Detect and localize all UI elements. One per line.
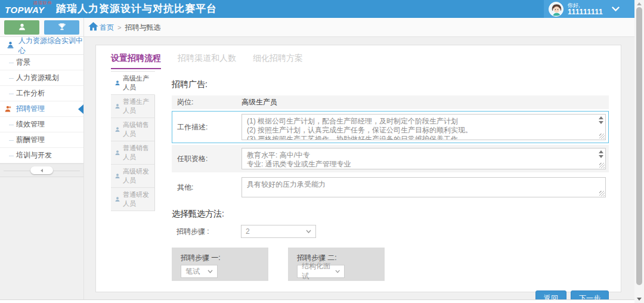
- main-panel: 设置招聘流程 招聘渠道和人数 细化招聘方案 高级生产人员 普通生产人员 高级销售…: [95, 45, 621, 292]
- person-podium-icon: [7, 41, 14, 51]
- scrollbar-up-icon[interactable]: [637, 2, 642, 5]
- position-tab-senior-sales[interactable]: 高级销售人员: [111, 118, 155, 141]
- chevron-down-icon[interactable]: [612, 7, 620, 11]
- app-window: 踏瑞软件 TOPWAY 踏瑞人力资源设计与对抗比赛平台 你好, 11111111…: [0, 0, 644, 303]
- competition-mode-button[interactable]: [44, 20, 79, 35]
- chevron-down-icon: [306, 230, 311, 233]
- scrollbar-down-icon[interactable]: [637, 298, 642, 301]
- tree-tick: [9, 125, 14, 125]
- textarea-scroll-arrows[interactable]: [599, 150, 603, 158]
- step-one-select[interactable]: 笔试: [181, 265, 218, 278]
- recruit-steps-select[interactable]: 2: [241, 225, 316, 238]
- form-content: 招聘广告: 岗位: 高级生产员 工作描述: (1) 根据公司生产计划，配合生产部…: [155, 71, 621, 303]
- practice-mode-button[interactable]: [4, 20, 39, 35]
- chevron-down-icon: [335, 270, 340, 273]
- person-icon: [114, 80, 120, 86]
- position-tab-junior-production[interactable]: 普通生产人员: [111, 95, 155, 118]
- job-desc-label: 工作描述:: [172, 122, 242, 132]
- step-one-box: 招聘步骤 一: 笔试: [172, 248, 268, 281]
- breadcrumb: 首页 > 招聘与甄选: [88, 18, 160, 37]
- other-row: 其他: 具有较好的压力承受能力: [172, 174, 609, 200]
- slider-handle[interactable]: [30, 166, 53, 174]
- person-icon: [114, 173, 120, 179]
- step-two-select[interactable]: 结构化面试: [297, 265, 345, 278]
- sidebar-item-training[interactable]: 培训与开发: [0, 148, 83, 163]
- tree-tick: [9, 63, 14, 63]
- breadcrumb-home[interactable]: 首页: [88, 22, 114, 33]
- toolbar: 首页 > 招聘与甄选: [0, 18, 634, 37]
- scroll-down-icon: [599, 121, 603, 124]
- breadcrumb-home-label: 首页: [100, 23, 114, 33]
- sidebar-item-job-analysis[interactable]: 工作分析: [0, 86, 83, 101]
- sidebar-item-label: 人力资源规划: [16, 73, 59, 83]
- recruit-steps-value: 2: [246, 227, 250, 236]
- position-tab-label: 普通研发人员: [123, 190, 154, 208]
- qualification-label: 任职资格:: [172, 154, 242, 164]
- person-icon: [114, 126, 120, 132]
- topway-logo[interactable]: 踏瑞软件 TOPWAY: [5, 1, 55, 17]
- sidebar: 人力资源综合实训中心 背景 人力资源规划 工作分析 招聘管理 绩效管理 薪酬管: [0, 37, 83, 163]
- tree-tick: [9, 94, 14, 94]
- tab-bar: 设置招聘流程 招聘渠道和人数 细化招聘方案: [96, 45, 621, 69]
- resize-handle-icon[interactable]: [599, 134, 605, 139]
- page-title: 踏瑞人力资源设计与对抗比赛平台: [56, 0, 217, 18]
- sidebar-item-label: 薪酬管理: [16, 135, 45, 145]
- resize-handle-icon[interactable]: [599, 163, 605, 168]
- job-desc-textarea[interactable]: (1) 根据公司生产计划，配合生产部经理，及时制定个阶段生产计划 (2) 按照生…: [242, 114, 606, 140]
- section-title-recruit-ad: 招聘广告:: [172, 79, 609, 90]
- position-tab-junior-sales[interactable]: 普通销售人员: [111, 141, 155, 165]
- person-icon: [114, 103, 120, 109]
- sidebar-collapse-slider: [0, 163, 83, 177]
- tree-tick: [9, 140, 14, 141]
- qualification-textarea[interactable]: 教育水平: 高中/中专 专业: 通讯类专业或生产管理专业 经验: 2年以上担任生…: [242, 148, 606, 169]
- sidebar-item-background[interactable]: 背景: [0, 55, 83, 70]
- collapse-left-icon: [41, 169, 43, 172]
- sidebar-item-label: 培训与开发: [16, 150, 52, 160]
- section-title-selection-method: 选择甄选方法:: [172, 209, 609, 219]
- textarea-scroll-arrows[interactable]: [599, 116, 603, 124]
- avatar: [549, 2, 564, 17]
- sidebar-root-item[interactable]: 人力资源综合实训中心: [0, 37, 83, 55]
- person-icon: [18, 23, 26, 33]
- sidebar-item-recruitment[interactable]: 招聘管理: [0, 101, 83, 117]
- sidebar-root-label: 人力资源综合实训中心: [18, 36, 83, 56]
- person-add-icon: [4, 105, 12, 113]
- recruit-steps-label: 招聘步骤 :: [172, 227, 241, 237]
- recruit-steps-row: 招聘步骤 : 2: [172, 225, 609, 238]
- other-text: 具有较好的压力承受能力: [242, 178, 605, 197]
- active-indicator-arrow: [78, 104, 83, 114]
- resize-handle-icon[interactable]: [599, 191, 605, 196]
- sidebar-item-hr-planning[interactable]: 人力资源规划: [0, 70, 83, 86]
- qualification-row: 任职资格: 教育水平: 高中/中专 专业: 通讯类专业或生产管理专业 经验: 2…: [172, 145, 609, 172]
- other-textarea[interactable]: 具有较好的压力承受能力: [242, 177, 606, 197]
- sidebar-item-performance[interactable]: 绩效管理: [0, 117, 83, 132]
- step-boxes: 招聘步骤 一: 笔试 招聘步骤 二: 结构化面试: [172, 248, 609, 281]
- position-tab-label: 高级生产人员: [123, 74, 154, 92]
- card-body: 高级生产人员 普通生产人员 高级销售人员 普通销售人员 高级研发人员: [96, 71, 621, 303]
- position-tab-senior-production[interactable]: 高级生产人员: [111, 72, 155, 95]
- top-header: 踏瑞软件 TOPWAY 踏瑞人力资源设计与对抗比赛平台 你好, 11111111…: [0, 0, 634, 18]
- scroll-down-icon: [599, 155, 603, 158]
- position-tab-junior-rd[interactable]: 普通研发人员: [111, 188, 155, 211]
- step-one-value: 笔试: [185, 267, 200, 277]
- step-two-box: 招聘步骤 二: 结构化面试: [288, 248, 385, 281]
- vertical-scrollbar[interactable]: [634, 0, 644, 303]
- user-name: 111111111: [568, 9, 603, 16]
- person-icon: [114, 150, 120, 156]
- position-tab-label: 高级销售人员: [123, 120, 154, 138]
- position-tab-list: 高级生产人员 普通生产人员 高级销售人员 普通销售人员 高级研发人员: [111, 71, 155, 303]
- user-menu[interactable]: 你好, 111111111: [544, 0, 634, 18]
- tab-setup-recruit-flow[interactable]: 设置招聘流程: [111, 53, 161, 69]
- position-tab-label: 高级研发人员: [123, 167, 154, 185]
- qualification-text: 教育水平: 高中/中专 专业: 通讯类专业或生产管理专业 经验: 2年以上担任生…: [242, 149, 605, 169]
- position-tab-senior-rd[interactable]: 高级研发人员: [111, 165, 155, 188]
- position-tab-label: 普通销售人员: [123, 144, 154, 162]
- tab-channels-headcount[interactable]: 招聘渠道和人数: [178, 53, 236, 69]
- mode-switch: [4, 20, 79, 35]
- bottom-strip: [0, 299, 634, 303]
- sidebar-item-label: 绩效管理: [16, 119, 45, 129]
- tab-refine-plan[interactable]: 细化招聘方案: [253, 53, 303, 69]
- scrollbar-thumb[interactable]: [636, 7, 642, 285]
- sidebar-item-compensation[interactable]: 薪酬管理: [0, 132, 83, 148]
- sidebar-item-label: 招聘管理: [16, 104, 45, 114]
